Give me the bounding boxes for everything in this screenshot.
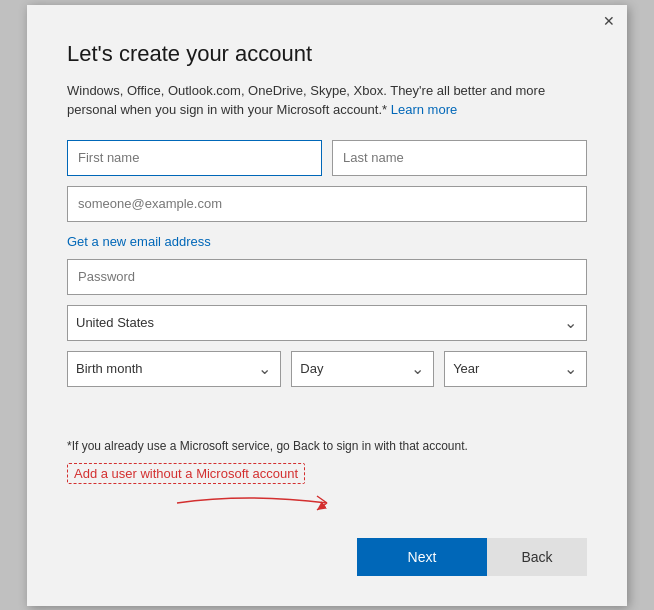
birth-row: Birth month JanuaryFebruaryMarch AprilMa… xyxy=(67,351,587,387)
country-row: United States United Kingdom Canada Aust… xyxy=(67,305,587,341)
dialog-content: Let's create your account Windows, Offic… xyxy=(27,31,627,437)
add-user-link[interactable]: Add a user without a Microsoft account xyxy=(67,463,305,484)
arrow-icon xyxy=(167,488,367,518)
dialog-description: Windows, Office, Outlook.com, OneDrive, … xyxy=(67,81,587,120)
get-new-email-link[interactable]: Get a new email address xyxy=(67,234,211,249)
learn-more-link[interactable]: Learn more xyxy=(391,102,457,117)
birth-day-wrapper: Day xyxy=(291,351,434,387)
email-row xyxy=(67,186,587,222)
dialog-title: Let's create your account xyxy=(67,41,587,67)
bottom-section: *If you already use a Microsoft service,… xyxy=(27,437,627,606)
birth-year-wrapper: Year xyxy=(444,351,587,387)
last-name-input[interactable] xyxy=(332,140,587,176)
password-row xyxy=(67,259,587,295)
note-text: *If you already use a Microsoft service,… xyxy=(67,437,587,455)
back-button[interactable]: Back xyxy=(487,538,587,576)
first-name-input[interactable] xyxy=(67,140,322,176)
dialog: ✕ Let's create your account Windows, Off… xyxy=(27,5,627,606)
password-input[interactable] xyxy=(67,259,587,295)
email-input[interactable] xyxy=(67,186,587,222)
birth-day-select[interactable]: Day xyxy=(291,351,434,387)
name-row xyxy=(67,140,587,176)
close-button[interactable]: ✕ xyxy=(599,11,619,31)
country-select[interactable]: United States United Kingdom Canada Aust… xyxy=(67,305,587,341)
birth-month-select[interactable]: Birth month JanuaryFebruaryMarch AprilMa… xyxy=(67,351,281,387)
birth-month-wrapper: Birth month JanuaryFebruaryMarch AprilMa… xyxy=(67,351,281,387)
birth-year-select[interactable]: Year xyxy=(444,351,587,387)
next-button[interactable]: Next xyxy=(357,538,487,576)
footer-buttons: Next Back xyxy=(67,538,587,576)
title-bar: ✕ xyxy=(27,5,627,31)
country-select-wrapper: United States United Kingdom Canada Aust… xyxy=(67,305,587,341)
arrow-area xyxy=(67,488,587,518)
